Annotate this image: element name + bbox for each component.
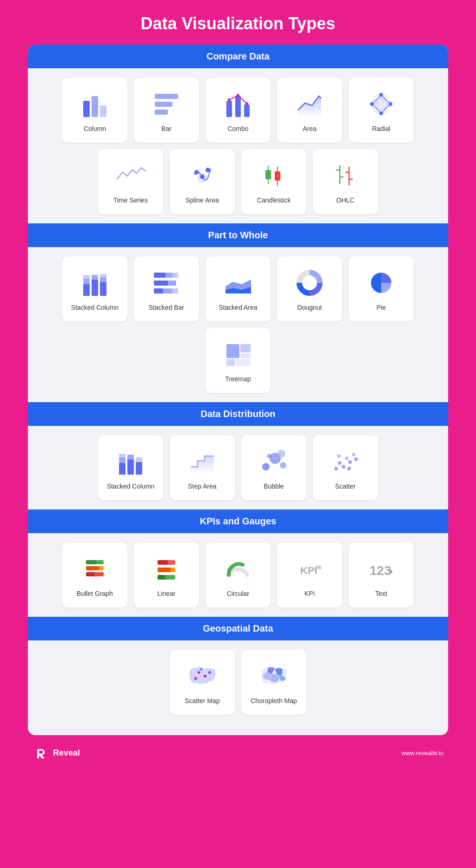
svg-rect-56 — [226, 359, 235, 366]
chart-candlestick[interactable]: Candlestick — [241, 149, 306, 214]
svg-rect-82 — [86, 560, 96, 564]
svg-rect-6 — [226, 101, 232, 117]
spline-area-label: Spline Area — [185, 196, 219, 204]
svg-point-52 — [305, 278, 314, 287]
chart-area[interactable]: Area — [277, 78, 342, 143]
chart-bar[interactable]: Bar — [134, 78, 199, 143]
chart-circular[interactable]: Circular — [205, 542, 271, 607]
radial-label: Radial — [372, 125, 390, 132]
chart-dougnut[interactable]: Dougnut — [277, 256, 342, 321]
area-label: Area — [303, 125, 317, 132]
chart-radial[interactable]: Radial — [349, 78, 414, 143]
svg-rect-50 — [172, 288, 178, 294]
svg-point-91 — [241, 563, 245, 567]
data-distribution-grid: Stacked Column Step Area — [28, 435, 448, 509]
area-icon — [293, 88, 326, 120]
section-geospatial: Geospatial Data — [28, 617, 448, 640]
pie-label: Pie — [377, 304, 386, 311]
radial-icon — [365, 88, 397, 120]
compare-data-grid: Column Bar — [28, 78, 448, 223]
svg-point-75 — [352, 453, 356, 457]
chart-stacked-column-dist[interactable]: Stacked Column — [98, 435, 163, 500]
treemap-icon — [222, 338, 254, 371]
chart-scatter-map[interactable]: Scatter Map — [170, 650, 235, 715]
page-title: Data Visualization Types — [141, 14, 336, 33]
bubble-label: Bubble — [264, 483, 284, 490]
svg-point-98 — [194, 677, 197, 680]
chart-step-area[interactable]: Step Area — [170, 435, 235, 500]
geospatial-grid: Scatter Map Choropleth Map — [28, 650, 448, 724]
svg-rect-24 — [265, 170, 271, 179]
scatter-icon — [329, 445, 362, 478]
bubble-icon — [258, 445, 290, 478]
stacked-column-icon — [79, 267, 111, 299]
chart-ohlc[interactable]: OHLC — [313, 149, 378, 214]
treemap-label: Treemap — [225, 375, 251, 383]
svg-rect-8 — [244, 104, 250, 117]
svg-point-100 — [200, 668, 202, 671]
chart-time-series[interactable]: Time Series — [98, 149, 163, 214]
combo-icon — [222, 88, 254, 120]
chart-linear[interactable]: Linear — [134, 542, 199, 607]
svg-point-69 — [277, 450, 285, 458]
svg-rect-2 — [100, 105, 106, 117]
dougnut-label: Dougnut — [298, 304, 322, 311]
chart-kpi[interactable]: KPI % KPI — [277, 542, 342, 607]
chart-choropleth-map[interactable]: Choropleth Map — [241, 650, 306, 715]
svg-point-78 — [347, 467, 351, 470]
chart-spline-area[interactable]: Spline Area — [170, 149, 235, 214]
footer: Reveal www.revealbi.io — [28, 735, 448, 761]
chart-pie[interactable]: Pie — [349, 256, 414, 321]
svg-text:123: 123 — [370, 563, 391, 578]
ohlc-label: OHLC — [337, 196, 355, 204]
chart-bubble[interactable]: Bubble — [241, 435, 306, 500]
svg-point-68 — [267, 454, 271, 458]
svg-rect-86 — [158, 560, 168, 565]
footer-brand: Reveal — [33, 744, 80, 761]
svg-rect-43 — [154, 273, 165, 278]
chart-stacked-bar[interactable]: Stacked Bar — [134, 256, 199, 321]
svg-rect-60 — [119, 454, 126, 457]
svg-rect-35 — [83, 284, 90, 296]
chart-stacked-column[interactable]: Stacked Column — [62, 256, 127, 321]
dougnut-icon — [293, 267, 326, 299]
svg-rect-53 — [226, 344, 239, 358]
kpis-gauges-grid: Bullet Graph Linear — [28, 542, 448, 617]
chart-combo[interactable]: Combo — [205, 78, 271, 143]
svg-point-77 — [337, 454, 341, 458]
section-part-to-whole: Part to Whole — [28, 223, 448, 247]
svg-point-71 — [338, 461, 342, 465]
chart-column[interactable]: Column — [62, 78, 127, 143]
chart-text[interactable]: 123 Text — [349, 542, 414, 607]
svg-point-76 — [354, 457, 358, 461]
step-area-label: Step Area — [188, 483, 217, 490]
svg-rect-54 — [240, 344, 251, 352]
svg-point-97 — [204, 675, 206, 678]
svg-rect-45 — [172, 273, 178, 278]
reveal-logo-icon — [33, 744, 49, 761]
text-label: Text — [375, 590, 387, 597]
svg-point-65 — [262, 463, 270, 470]
svg-rect-27 — [275, 171, 280, 181]
chart-treemap[interactable]: Treemap — [205, 328, 271, 393]
svg-rect-5 — [155, 110, 168, 115]
scatter-map-icon — [186, 660, 218, 692]
svg-rect-7 — [235, 96, 241, 117]
svg-rect-64 — [136, 457, 142, 462]
spline-area-icon — [186, 159, 218, 192]
svg-rect-4 — [155, 102, 172, 107]
svg-rect-46 — [154, 281, 168, 286]
chart-bullet-graph[interactable]: Bullet Graph — [62, 542, 127, 607]
svg-rect-49 — [163, 288, 172, 294]
svg-rect-1 — [92, 96, 98, 117]
svg-rect-58 — [119, 463, 126, 475]
svg-rect-37 — [83, 275, 90, 279]
svg-point-95 — [389, 570, 392, 574]
chart-stacked-area[interactable]: Stacked Area — [205, 256, 271, 321]
part-to-whole-grid: Stacked Column Stacked Bar — [28, 256, 448, 402]
chart-scatter[interactable]: Scatter — [313, 435, 378, 500]
column-label: Column — [84, 125, 106, 132]
choropleth-map-icon — [258, 660, 290, 692]
svg-rect-36 — [83, 279, 90, 284]
stacked-bar-icon — [150, 267, 183, 299]
